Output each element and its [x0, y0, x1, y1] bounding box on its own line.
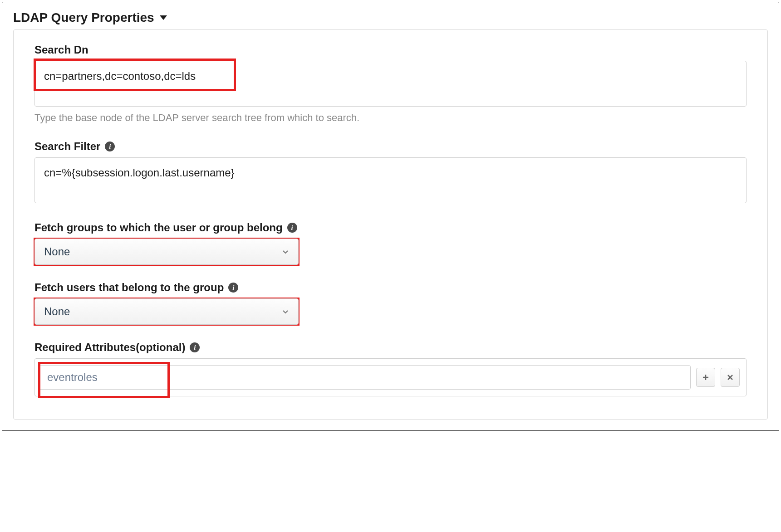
required-attributes-label-text: Required Attributes(optional): [34, 341, 185, 354]
search-filter-label: Search Filter i: [34, 140, 747, 153]
panel-title: LDAP Query Properties: [13, 10, 154, 25]
search-filter-label-text: Search Filter: [34, 140, 100, 153]
info-icon[interactable]: i: [287, 223, 297, 233]
required-attribute-input[interactable]: [39, 365, 691, 390]
search-dn-input[interactable]: [34, 61, 747, 107]
search-dn-label: Search Dn: [34, 44, 747, 56]
panel-body: Search Dn Type the base node of the LDAP…: [13, 29, 768, 420]
search-filter-input[interactable]: [34, 157, 747, 203]
fetch-groups-select[interactable]: None: [34, 239, 299, 265]
fetch-users-select[interactable]: None: [34, 298, 299, 325]
remove-attribute-button[interactable]: [721, 368, 740, 387]
info-icon[interactable]: i: [105, 142, 115, 151]
fetch-users-value: None: [44, 305, 70, 318]
fetch-groups-value: None: [44, 245, 70, 258]
fetch-groups-label-text: Fetch groups to which the user or group …: [34, 221, 283, 234]
panel-header[interactable]: LDAP Query Properties: [2, 2, 779, 29]
info-icon[interactable]: i: [190, 342, 200, 352]
info-icon[interactable]: i: [228, 283, 238, 293]
add-attribute-button[interactable]: [696, 368, 715, 387]
fetch-users-label: Fetch users that belong to the group i: [34, 281, 747, 294]
plus-icon: [702, 373, 710, 381]
ldap-query-properties-panel: LDAP Query Properties Search Dn Type the…: [2, 2, 779, 431]
chevron-down-icon: [282, 305, 289, 318]
search-dn-group: Search Dn Type the base node of the LDAP…: [34, 44, 747, 124]
required-attributes-label: Required Attributes(optional) i: [34, 341, 747, 354]
fetch-users-group: Fetch users that belong to the group i N…: [34, 281, 747, 325]
search-dn-help: Type the base node of the LDAP server se…: [34, 112, 747, 124]
fetch-groups-group: Fetch groups to which the user or group …: [34, 221, 747, 265]
close-icon: [726, 373, 734, 381]
fetch-groups-label: Fetch groups to which the user or group …: [34, 221, 747, 234]
required-attributes-group: Required Attributes(optional) i: [34, 341, 747, 396]
chevron-down-icon: [282, 245, 289, 258]
collapse-caret-icon: [160, 15, 167, 20]
fetch-users-label-text: Fetch users that belong to the group: [34, 281, 224, 294]
search-filter-group: Search Filter i: [34, 140, 747, 205]
required-attribute-row: [34, 358, 747, 396]
